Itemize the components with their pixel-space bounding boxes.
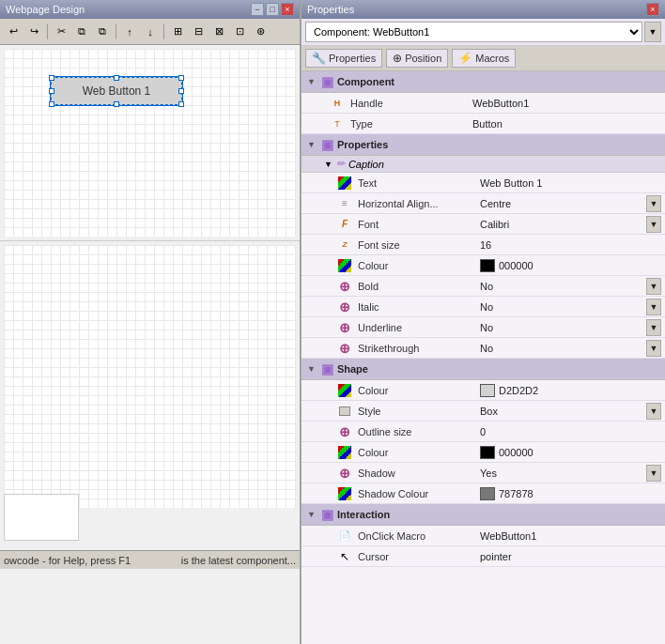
tab-properties[interactable]: 🔧 Properties xyxy=(305,49,382,68)
toolbar-down[interactable]: ↓ xyxy=(141,23,160,41)
shape-colour-span: D2D2D2 xyxy=(499,385,538,396)
toolbar-sep-3 xyxy=(163,24,164,39)
properties-close-btn[interactable]: × xyxy=(646,3,659,16)
shadow-colour-icon xyxy=(338,487,351,500)
tab-macros[interactable]: ⚡ Macros xyxy=(452,49,516,68)
web-button-widget[interactable]: Web Button 1 xyxy=(51,77,182,105)
strikethrough-label: Strikethrough xyxy=(354,343,476,354)
handle-br[interactable] xyxy=(178,101,184,107)
underline-label: Underline xyxy=(354,322,476,333)
canvas-minimize-btn[interactable]: − xyxy=(251,3,264,16)
text-value-span: Web Button 1 xyxy=(480,177,542,189)
type-icon: T xyxy=(331,117,344,130)
toolbar-up[interactable]: ↑ xyxy=(120,23,139,41)
toolbar-paste[interactable]: ⧉ xyxy=(93,23,112,41)
halign-value: Centre ▼ xyxy=(476,195,665,212)
status-bar: owcode - for Help, press F1 is the lates… xyxy=(0,550,300,569)
macro-icon: 📄 xyxy=(338,529,351,543)
prop-style-row: Style Box ▼ xyxy=(302,401,665,422)
section-properties-expand[interactable]: ▼ xyxy=(307,140,316,149)
onclick-label: OnClick Macro xyxy=(354,530,476,542)
handle-tm[interactable] xyxy=(114,75,119,81)
canvas-close-btn[interactable]: × xyxy=(281,3,294,16)
tab-position[interactable]: ⊕ Position xyxy=(386,49,448,68)
toolbar-grid[interactable]: ⊞ xyxy=(168,23,187,41)
handle-bm[interactable] xyxy=(114,101,119,107)
prop-font-row: F Font Calibri ▼ xyxy=(302,214,665,235)
strikethrough-value-span: No xyxy=(480,343,493,354)
prop-strikethrough-row: ⊕ Strikethrough No ▼ xyxy=(302,338,665,359)
type-label: Type xyxy=(347,118,469,130)
tab-position-icon: ⊕ xyxy=(393,52,402,65)
bold-label: Bold xyxy=(354,281,476,292)
toolbar-sep-1 xyxy=(47,24,48,39)
prop-colour-row: Colour 000000 xyxy=(302,255,665,276)
colour-label: Colour xyxy=(354,260,476,271)
caption-expand[interactable]: ▼ xyxy=(324,160,332,169)
section-component-header: ▼ ▣ Component xyxy=(302,71,665,93)
toolbar-cut[interactable]: ✂ xyxy=(52,23,70,41)
handle-ml[interactable] xyxy=(49,88,54,94)
shadow-value: Yes ▼ xyxy=(476,465,665,482)
shape-colour-swatch[interactable] xyxy=(480,384,495,397)
properties-title: Properties xyxy=(307,4,354,15)
shape-colour2-swatch[interactable] xyxy=(480,446,495,459)
section-shape-expand[interactable]: ▼ xyxy=(307,364,316,374)
underline-value-span: No xyxy=(480,322,493,333)
halign-dropdown[interactable]: ▼ xyxy=(646,195,661,212)
section-interaction-expand[interactable]: ▼ xyxy=(307,510,316,519)
section-shape-header: ▼ ▣ Shape xyxy=(302,359,665,380)
handle-tl[interactable] xyxy=(49,75,54,81)
strikethrough-value: No ▼ xyxy=(476,340,665,357)
toolbar-ungroup[interactable]: ⊡ xyxy=(230,23,249,41)
section-component-expand[interactable]: ▼ xyxy=(307,77,316,86)
handle-bl[interactable] xyxy=(49,101,54,107)
handle-mr[interactable] xyxy=(178,88,184,94)
caption-icon: ✏ xyxy=(336,158,345,170)
shadow-colour-swatch[interactable] xyxy=(480,487,495,500)
handle-tr[interactable] xyxy=(178,75,184,81)
colour-multicolor-icon xyxy=(338,259,351,272)
component-dropdown[interactable]: Component: WebButton1 xyxy=(305,22,642,42)
strikethrough-dropdown[interactable]: ▼ xyxy=(646,340,661,357)
toolbar-undo[interactable]: ↩ xyxy=(4,23,23,41)
shape-colour2-span: 000000 xyxy=(499,447,534,458)
underline-dropdown[interactable]: ▼ xyxy=(646,319,661,336)
fontsize-icon: Z xyxy=(338,238,351,252)
toolbar-group[interactable]: ⊠ xyxy=(209,23,228,41)
fontsize-value: 16 xyxy=(476,239,665,251)
text-value[interactable]: Web Button 1 xyxy=(476,177,665,189)
italic-dropdown[interactable]: ▼ xyxy=(646,299,661,315)
design-canvas[interactable]: Web Button 1 xyxy=(4,49,296,237)
font-dropdown[interactable]: ▼ xyxy=(646,216,661,233)
section-component-icon: ▣ xyxy=(321,74,333,89)
style-dropdown[interactable]: ▼ xyxy=(646,403,661,420)
shadow-dropdown[interactable]: ▼ xyxy=(646,465,661,482)
tab-macros-icon: ⚡ xyxy=(458,52,472,65)
toolbar-copy[interactable]: ⧉ xyxy=(72,23,91,41)
strikethrough-icon: ⊕ xyxy=(338,342,351,355)
toolbar-redo[interactable]: ↪ xyxy=(24,23,43,41)
style-value-span: Box xyxy=(480,406,498,417)
toolbar-align[interactable]: ⊟ xyxy=(189,23,208,41)
handle-icon: H xyxy=(331,97,344,110)
shadow-colour-span: 787878 xyxy=(499,488,534,499)
type-value: Button xyxy=(469,118,665,130)
shadow-icon: ⊕ xyxy=(338,467,351,480)
colour-swatch[interactable] xyxy=(480,259,495,272)
canvas-toolbar: ↩ ↪ ✂ ⧉ ⧉ ↑ ↓ ⊞ ⊟ ⊠ ⊡ ⊛ xyxy=(0,19,300,45)
colour-value: 000000 xyxy=(476,259,665,272)
bold-dropdown[interactable]: ▼ xyxy=(646,278,661,295)
canvas-maximize-btn[interactable]: □ xyxy=(266,3,279,16)
toolbar-lock[interactable]: ⊛ xyxy=(251,23,270,41)
style-icon xyxy=(338,405,351,418)
prop-cursor-row: ↖ Cursor pointer xyxy=(302,546,665,567)
properties-title-bar: Properties × xyxy=(302,0,665,19)
canvas-title: Webpage Design xyxy=(6,4,85,15)
fontsize-value-span: 16 xyxy=(480,239,491,251)
font-value-span: Calibri xyxy=(480,219,509,230)
component-dropdown-btn[interactable]: ▼ xyxy=(644,22,661,42)
halign-value-span: Centre xyxy=(480,198,511,209)
properties-content[interactable]: ▼ ▣ Component H Handle WebButton1 xyxy=(302,71,665,644)
handle-value: WebButton1 xyxy=(469,98,665,109)
